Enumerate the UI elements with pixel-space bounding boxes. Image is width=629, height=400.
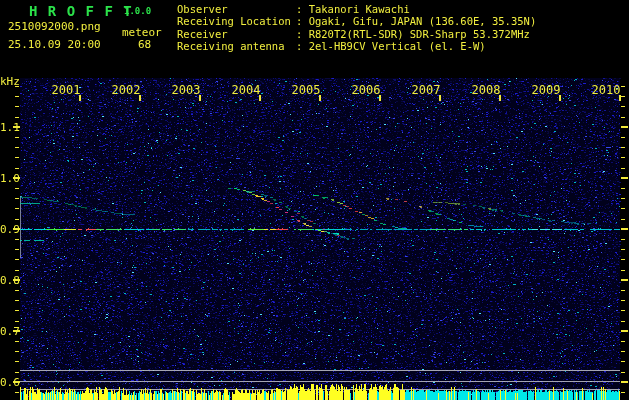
station-info-label: Receiving Location [177, 15, 296, 27]
station-info-value: : Ogaki, Gifu, JAPAN (136.60E, 35.35N) [296, 15, 536, 27]
freq-tick-label: 1.1 [0, 121, 13, 134]
spectrogram-canvas [0, 0, 629, 400]
station-info-row: Receiving Location: Ogaki, Gifu, JAPAN (… [177, 15, 536, 27]
station-info-row: Observer: Takanori Kawachi [177, 3, 536, 15]
hrofft-window: H R O F F T 1.0.0 2510092000.png meteor … [0, 0, 629, 400]
app-version: 1.0.0 [124, 6, 151, 16]
freq-tick-label: 0.8 [0, 274, 13, 287]
freq-unit-label: kHz [0, 75, 20, 88]
time-tick-label: 2006 [349, 83, 383, 97]
station-info-block: Observer: Takanori KawachiReceiving Loca… [177, 3, 536, 53]
station-info-row: Receiver: R820T2(RTL-SDR) SDR-Sharp 53.3… [177, 28, 536, 40]
time-tick-label: 2007 [409, 83, 443, 97]
time-tick-label: 2010 [589, 83, 623, 97]
station-info-label: Receiving antenna [177, 40, 296, 52]
time-tick-label: 2002 [109, 83, 143, 97]
station-info-value: : 2el-HB9CV Vertical (el. E-W) [296, 40, 486, 52]
station-info-value: : R820T2(RTL-SDR) SDR-Sharp 53.372MHz [296, 28, 530, 40]
time-tick-label: 2003 [169, 83, 203, 97]
time-tick-label: 2004 [229, 83, 263, 97]
station-info-label: Observer [177, 3, 296, 15]
time-tick-label: 2005 [289, 83, 323, 97]
freq-tick-label: 0.9 [0, 223, 13, 236]
app-title: H R O F F T [29, 3, 133, 19]
time-tick-label: 2001 [49, 83, 83, 97]
freq-tick-label: 0.6 [0, 376, 13, 389]
echo-count: 68 [138, 38, 151, 51]
time-tick-label: 2008 [469, 83, 503, 97]
station-info-value: : Takanori Kawachi [296, 3, 410, 15]
freq-tick-label: 0.7 [0, 325, 13, 338]
freq-tick-label: 1.0 [0, 172, 13, 185]
observation-datetime: 25.10.09 20:00 [8, 38, 101, 51]
station-info-row: Receiving antenna: 2el-HB9CV Vertical (e… [177, 40, 536, 52]
time-tick-label: 2009 [529, 83, 563, 97]
output-filename: 2510092000.png [8, 20, 101, 33]
station-info-label: Receiver [177, 28, 296, 40]
